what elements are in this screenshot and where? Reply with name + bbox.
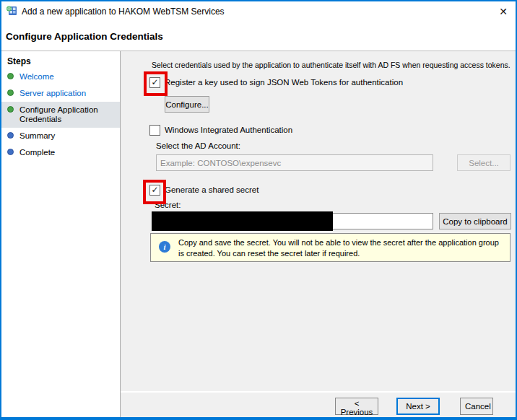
- next-button[interactable]: Next >: [396, 398, 440, 415]
- sidebar-step-welcome[interactable]: Welcome: [1, 69, 120, 85]
- steps-heading: Steps: [1, 51, 120, 69]
- sidebar-step-complete: Complete: [1, 144, 120, 161]
- cancel-button[interactable]: Cancel: [460, 398, 493, 415]
- intro-text: Select credentials used by the applicati…: [152, 61, 511, 69]
- window-title: Add a new application to HAKOM WebTSM Se…: [22, 6, 225, 17]
- page-title: Configure Application Credentials: [6, 31, 163, 42]
- sidebar-step-server-application[interactable]: Server application: [1, 85, 120, 102]
- footer-bar: [121, 393, 516, 417]
- steps-list: WelcomeServer applicationConfigure Appli…: [1, 69, 120, 161]
- configure-button[interactable]: Configure...: [165, 96, 209, 113]
- previous-button[interactable]: < Previous: [335, 398, 378, 415]
- shared-secret-checkbox-label: Generate a shared secret: [165, 185, 258, 194]
- annotation-box-secret: [143, 180, 166, 204]
- app-icon: [6, 5, 17, 17]
- wia-checkbox[interactable]: [149, 125, 160, 136]
- ad-account-label: Select the AD Account:: [156, 141, 240, 150]
- step-status-dot: [7, 73, 14, 79]
- step-label: Configure Application Credentials: [19, 105, 114, 124]
- info-icon: i: [159, 241, 170, 253]
- secret-info-box: i Copy and save the secret. You will not…: [150, 233, 511, 262]
- secret-redaction: [152, 211, 333, 231]
- secret-info-text: Copy and save the secret. You will not b…: [178, 237, 505, 258]
- ad-account-input: [156, 154, 433, 171]
- wizard-window: Add a new application to HAKOM WebTSM Se…: [0, 0, 517, 420]
- step-label: Welcome: [19, 72, 54, 82]
- select-account-button: Select...: [457, 154, 511, 171]
- annotation-box-jwt: [144, 71, 168, 96]
- step-status-dot: [7, 106, 14, 113]
- sidebar-step-summary: Summary: [1, 128, 120, 144]
- step-status-dot: [7, 132, 14, 139]
- sidebar-step-configure-application-credentials: Configure Application Credentials: [1, 102, 120, 128]
- step-label: Server application: [19, 89, 86, 98]
- step-label: Summary: [19, 131, 55, 141]
- wia-checkbox-label: Windows Integrated Authentication: [165, 126, 292, 134]
- step-status-dot: [7, 89, 14, 96]
- close-icon[interactable]: ✕: [491, 1, 516, 22]
- title-bar: Add a new application to HAKOM WebTSM Se…: [1, 1, 516, 22]
- step-label: Complete: [19, 148, 55, 157]
- copy-to-clipboard-button[interactable]: Copy to clipboard: [439, 213, 511, 229]
- steps-sidebar: Steps WelcomeServer applicationConfigure…: [1, 51, 120, 417]
- jwt-checkbox-label: Register a key used to sign JSON Web Tok…: [165, 78, 403, 87]
- step-status-dot: [7, 149, 14, 155]
